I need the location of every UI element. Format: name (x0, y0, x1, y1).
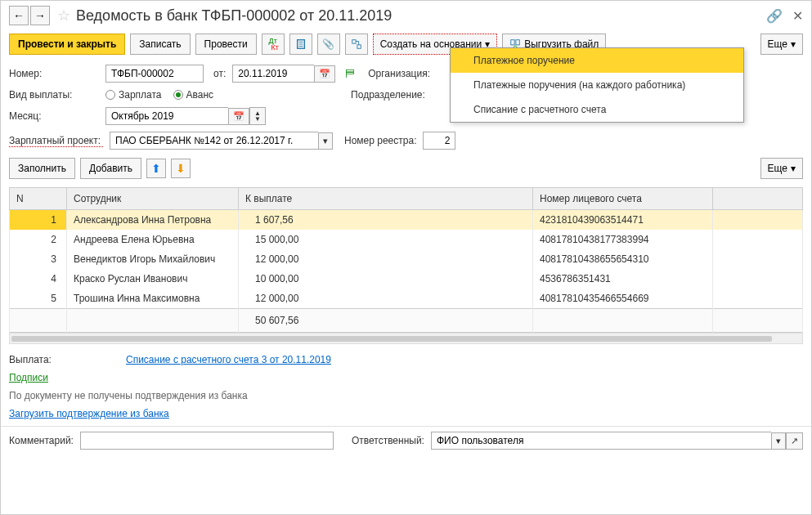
cell-account: 40817810438177383994 (533, 230, 713, 249)
comment-input[interactable] (80, 432, 334, 450)
spinner-icon[interactable]: ▲▼ (249, 107, 266, 125)
cell-employee: Венедиктов Игорь Михайлович (67, 249, 239, 269)
table-row[interactable]: 1 Александрова Инна Петровна 1 607,56 42… (10, 210, 803, 231)
month-label: Месяц: (9, 110, 99, 122)
col-amount[interactable]: К выплате (239, 188, 533, 210)
status-icon: ⛿ (345, 68, 355, 79)
project-input[interactable] (110, 132, 318, 150)
radio-advance[interactable]: Аванс (173, 89, 214, 101)
cell-n: 1 (10, 210, 67, 231)
registry-input[interactable] (423, 132, 455, 150)
move-down-button[interactable]: ⬇ (171, 159, 191, 178)
responsible-input[interactable] (431, 432, 771, 450)
project-label: Зарплатный проект: (9, 135, 103, 147)
cell-n: 5 (10, 289, 67, 309)
date-label: от: (213, 68, 226, 79)
cell-amount: 12 000,00 (239, 249, 533, 269)
org-label: Организация: (368, 68, 430, 79)
chevron-down-icon[interactable]: ▾ (318, 132, 333, 150)
menu-item-writeoff[interactable]: Списание с расчетного счета (451, 97, 743, 122)
add-button[interactable]: Добавить (80, 158, 141, 179)
svg-rect-9 (516, 40, 519, 45)
fill-button[interactable]: Заполнить (9, 158, 75, 179)
cell-account: 4231810439063514471 (533, 210, 713, 231)
cell-amount: 10 000,00 (239, 269, 533, 289)
cell-employee: Краско Руслан Иванович (67, 269, 239, 289)
svg-rect-8 (511, 40, 514, 45)
table-row[interactable]: 2 Андреева Елена Юрьевна 15 000,00 40817… (10, 230, 803, 249)
nav-forward-button[interactable]: → (30, 6, 50, 25)
nav-back-button[interactable]: ← (9, 6, 29, 25)
col-n[interactable]: N (10, 188, 67, 210)
window-title: Ведомость в банк ТФБП-000002 от 20.11.20… (76, 7, 766, 25)
no-confirmation-text: По документу не получены подтверждения и… (9, 390, 248, 401)
month-input[interactable] (105, 107, 228, 125)
paytype-label: Вид выплаты: (9, 89, 99, 101)
employees-table: N Сотрудник К выплате Номер лицевого сче… (9, 187, 803, 333)
responsible-label: Ответственный: (352, 435, 424, 446)
create-based-on-menu: Платежное поручение Платежные поручения … (450, 47, 744, 123)
cell-employee: Трошина Инна Максимовна (67, 289, 239, 309)
document-icon[interactable] (289, 34, 312, 55)
chevron-down-icon[interactable]: ▾ (771, 432, 786, 450)
cell-n: 3 (10, 249, 67, 269)
radio-salary[interactable]: Зарплата (105, 89, 162, 101)
cell-employee: Андреева Елена Юрьевна (67, 230, 239, 249)
calendar-icon[interactable]: 📅 (228, 108, 249, 125)
dept-label: Подразделение: (351, 89, 425, 101)
chevron-down-icon: ▾ (791, 38, 796, 50)
horizontal-scrollbar[interactable] (9, 333, 803, 344)
number-label: Номер: (9, 68, 99, 79)
post-button[interactable]: Провести (195, 34, 257, 55)
favorite-star-icon[interactable]: ☆ (55, 7, 73, 25)
move-up-button[interactable]: ⬆ (146, 159, 166, 178)
table-more-button[interactable]: Еще▾ (760, 158, 803, 179)
col-employee[interactable]: Сотрудник (67, 188, 239, 210)
more-button[interactable]: Еще▾ (760, 34, 803, 55)
menu-item-payment-order[interactable]: Платежное поручение (451, 48, 743, 73)
menu-item-payment-orders-each[interactable]: Платежные поручения (на каждого работник… (451, 73, 743, 97)
table-row[interactable]: 5 Трошина Инна Максимовна 12 000,00 4081… (10, 289, 803, 309)
signs-link[interactable]: Подписи (9, 372, 48, 383)
cell-amount: 15 000,00 (239, 230, 533, 249)
post-and-close-button[interactable]: Провести и закрыть (9, 34, 125, 55)
table-row[interactable]: 3 Венедиктов Игорь Михайлович 12 000,00 … (10, 249, 803, 269)
close-icon[interactable]: ✕ (792, 8, 803, 24)
cell-n: 2 (10, 230, 67, 249)
col-account[interactable]: Номер лицевого счета (533, 188, 713, 210)
date-input[interactable] (232, 65, 314, 83)
payment-link[interactable]: Списание с расчетного счета 3 от 20.11.2… (126, 354, 331, 365)
attachment-icon[interactable]: 📎 (317, 34, 340, 55)
load-confirmation-link[interactable]: Загрузить подтверждение из банка (9, 408, 169, 419)
dtkt-icon[interactable]: Дт Кт (262, 34, 285, 55)
save-button[interactable]: Записать (130, 34, 190, 55)
link-icon[interactable]: 🔗 (766, 8, 783, 24)
cell-n: 4 (10, 269, 67, 289)
cell-account: 4536786351431 (533, 269, 713, 289)
comment-label: Комментарий: (9, 435, 74, 446)
cell-account: 40817810438655654310 (533, 249, 713, 269)
svg-rect-5 (357, 45, 361, 48)
svg-rect-4 (352, 40, 355, 43)
cell-account: 40817810435466554669 (533, 289, 713, 309)
cell-employee: Александрова Инна Петровна (67, 210, 239, 231)
open-icon[interactable]: ↗ (786, 432, 803, 450)
related-icon[interactable] (345, 34, 368, 55)
col-extra[interactable] (713, 188, 803, 210)
chevron-down-icon: ▾ (791, 163, 796, 174)
registry-label: Номер реестра: (344, 135, 416, 146)
cell-amount: 12 000,00 (239, 289, 533, 309)
cell-amount: 1 607,56 (239, 210, 533, 231)
calendar-icon[interactable]: 📅 (314, 65, 335, 83)
total-amount: 50 607,56 (239, 309, 533, 333)
payment-label: Выплата: (9, 354, 119, 365)
number-input[interactable] (105, 65, 204, 83)
table-row[interactable]: 4 Краско Руслан Иванович 10 000,00 45367… (10, 269, 803, 289)
